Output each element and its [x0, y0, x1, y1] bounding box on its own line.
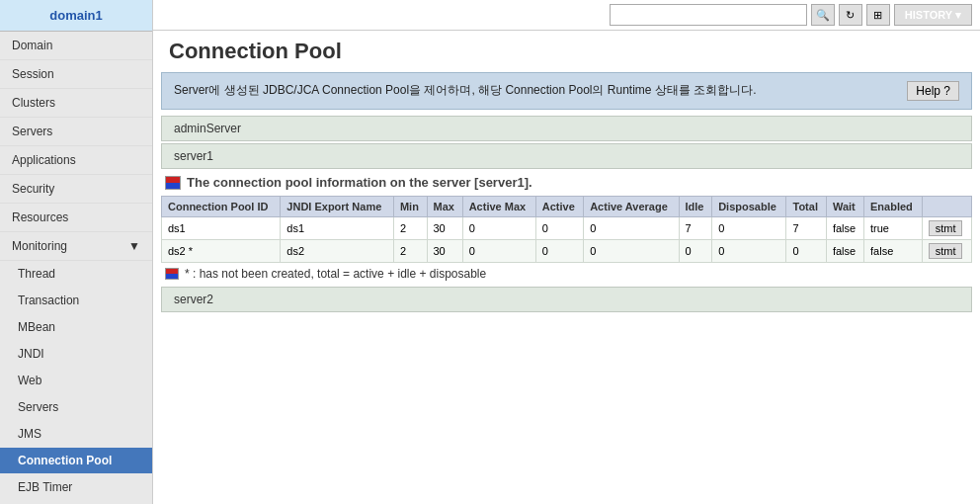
sidebar: domain1 Domain Session Clusters Servers …: [0, 0, 153, 504]
sidebar-sub-jndi[interactable]: JNDI: [0, 341, 152, 368]
col-header-12: [922, 197, 971, 217]
sidebar-sub-mbean[interactable]: MBean: [0, 314, 152, 341]
table-header: Connection Pool IDJNDI Export NameMinMax…: [162, 197, 972, 217]
sidebar-sub-thread[interactable]: Thread: [0, 261, 152, 288]
top-bar: 🔍 ↻ ⊞ HISTORY ▾: [153, 0, 980, 31]
sidebar-domain[interactable]: domain1: [0, 0, 152, 32]
col-header-8: Disposable: [712, 197, 786, 217]
cell-0-4: 0: [462, 217, 535, 240]
sidebar-item-clusters[interactable]: Clusters: [0, 89, 152, 118]
note-text: * : has not been created, total = active…: [185, 267, 486, 281]
sidebar-sub-connection-pool[interactable]: Connection Pool: [0, 448, 152, 474]
cell-1-3: 30: [427, 240, 462, 263]
sidebar-item-monitoring[interactable]: Monitoring ▼: [0, 232, 152, 261]
col-header-2: Min: [393, 197, 427, 217]
cell-0-0: ds1: [162, 217, 281, 240]
col-header-4: Active Max: [462, 197, 535, 217]
table-body: ds1ds1230000707falsetruestmtds2 *ds22300…: [162, 217, 972, 263]
sidebar-item-resources[interactable]: Resources: [0, 204, 152, 232]
stmt-button-0[interactable]: stmt: [929, 220, 963, 236]
cell-1-1: ds2: [281, 240, 394, 263]
cell-1-0: ds2 *: [162, 240, 281, 263]
sidebar-item-domain[interactable]: Domain: [0, 32, 152, 60]
refresh-button[interactable]: ↻: [839, 4, 862, 26]
col-header-0: Connection Pool ID: [162, 197, 281, 217]
col-header-3: Max: [427, 197, 462, 217]
page-title-bar: Connection Pool: [153, 31, 980, 68]
cell-0-11: true: [864, 217, 923, 240]
cell-0-10: false: [826, 217, 863, 240]
cell-1-7: 0: [679, 240, 712, 263]
cell-1-2: 2: [393, 240, 427, 263]
cell-0-1: ds1: [281, 217, 394, 240]
search-input[interactable]: [610, 4, 807, 26]
section-title: The connection pool information on the s…: [187, 175, 532, 190]
col-header-10: Wait: [826, 197, 863, 217]
cell-0-8: 0: [712, 217, 786, 240]
cell-0-2: 2: [393, 217, 427, 240]
sidebar-sub-servers[interactable]: Servers: [0, 394, 152, 421]
pool-table: Connection Pool IDJNDI Export NameMinMax…: [161, 196, 972, 263]
sidebar-item-security[interactable]: Security: [0, 175, 152, 204]
cell-1-9: 0: [786, 240, 826, 263]
col-header-11: Enabled: [864, 197, 923, 217]
server-row-server1[interactable]: server1: [161, 143, 972, 169]
col-header-6: Active Average: [584, 197, 679, 217]
cell-1-stmt[interactable]: stmt: [922, 240, 971, 263]
export-button[interactable]: ⊞: [866, 4, 890, 26]
note-flag-icon: [165, 268, 179, 280]
col-header-9: Total: [786, 197, 826, 217]
cell-0-5: 0: [535, 217, 583, 240]
cell-0-6: 0: [584, 217, 679, 240]
monitoring-label: Monitoring: [12, 239, 67, 253]
col-header-1: JNDI Export Name: [281, 197, 394, 217]
history-button[interactable]: HISTORY ▾: [894, 4, 972, 26]
col-header-5: Active: [535, 197, 583, 217]
sidebar-item-session[interactable]: Session: [0, 60, 152, 89]
cell-0-7: 7: [679, 217, 712, 240]
cell-1-4: 0: [462, 240, 535, 263]
sidebar-sub-web[interactable]: Web: [0, 368, 152, 394]
table-row: ds1ds1230000707falsetruestmt: [162, 217, 972, 240]
col-header-7: Idle: [679, 197, 712, 217]
section-header-server1: The connection pool information on the s…: [153, 169, 980, 196]
cell-0-3: 30: [427, 217, 462, 240]
pool-table-container: Connection Pool IDJNDI Export NameMinMax…: [161, 196, 972, 263]
cell-0-stmt[interactable]: stmt: [922, 217, 971, 240]
sidebar-item-servers[interactable]: Servers: [0, 118, 152, 146]
cell-1-11: false: [864, 240, 923, 263]
cell-0-9: 7: [786, 217, 826, 240]
main-content: 🔍 ↻ ⊞ HISTORY ▾ Connection Pool Server에 …: [153, 0, 980, 504]
note-row: * : has not been created, total = active…: [165, 267, 968, 281]
server-row-server2[interactable]: server2: [161, 287, 972, 312]
description-text: Server에 생성된 JDBC/JCA Connection Pool을 제어…: [174, 81, 757, 100]
help-button[interactable]: Help ?: [907, 81, 959, 101]
cell-1-10: false: [826, 240, 863, 263]
description-box: Server에 생성된 JDBC/JCA Connection Pool을 제어…: [161, 72, 972, 110]
server-row-admin[interactable]: adminServer: [161, 116, 972, 141]
chevron-down-icon: ▼: [128, 239, 140, 253]
flag-icon: [165, 176, 181, 190]
sidebar-sub-ejb-timer[interactable]: EJB Timer: [0, 474, 152, 501]
cell-1-5: 0: [535, 240, 583, 263]
sidebar-sub-jms[interactable]: JMS: [0, 421, 152, 448]
table-row: ds2 *ds2230000000falsefalsestmt: [162, 240, 972, 263]
cell-1-8: 0: [712, 240, 786, 263]
page-title: Connection Pool: [169, 39, 342, 64]
sidebar-sub-transaction[interactable]: Transaction: [0, 288, 152, 314]
search-button[interactable]: 🔍: [811, 4, 835, 26]
cell-1-6: 0: [584, 240, 679, 263]
sidebar-item-applications[interactable]: Applications: [0, 146, 152, 175]
stmt-button-1[interactable]: stmt: [929, 243, 963, 259]
